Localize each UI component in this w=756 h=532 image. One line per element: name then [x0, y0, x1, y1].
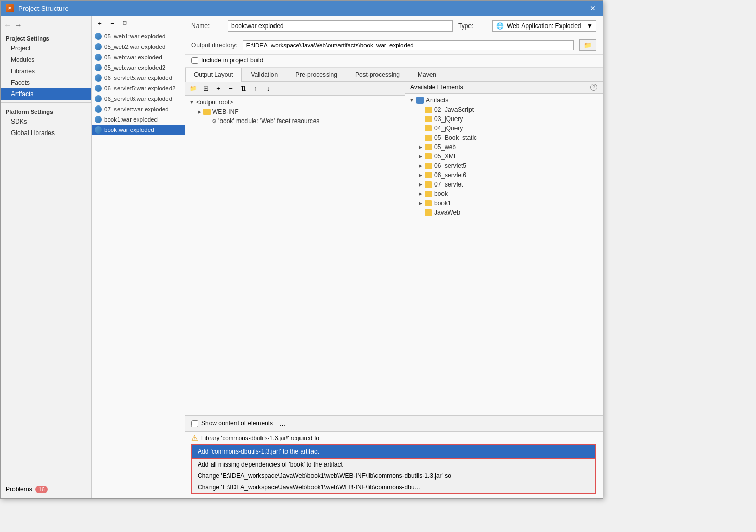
avail-node-6[interactable]: ▶ 06_servlet5	[415, 161, 601, 170]
artifact-item-7[interactable]: 07_servlet:war exploded	[92, 104, 185, 114]
tab-output-layout[interactable]: Output Layout	[185, 68, 242, 82]
sidebar-item-artifacts[interactable]: Artifacts	[1, 88, 91, 100]
suggestion-item-0[interactable]: Add 'commons-dbutils-1.3.jar!' to the ar…	[191, 444, 596, 459]
avail-node-1[interactable]: 03_jQuery	[415, 114, 601, 124]
artifact-item-0[interactable]: 05_web1:war exploded	[92, 31, 185, 42]
project-structure-dialog: P Project Structure ✕ ← → Project Settin…	[0, 0, 603, 499]
tree-up-button[interactable]: ↑	[251, 83, 261, 94]
root-expand-arrow: ▼	[189, 100, 194, 105]
app-icon: P	[6, 4, 14, 12]
artifact-item-6[interactable]: 06_servlet6:war exploded	[92, 94, 185, 104]
avail-node-10[interactable]: ▶ book1	[415, 198, 601, 208]
tree-sort-button[interactable]: ⇅	[238, 83, 249, 94]
avail-node-8[interactable]: ▶ 07_servlet	[415, 180, 601, 189]
output-tree-toolbar: 📁 ⊞ + − ⇅ ↑ ↓	[185, 82, 405, 96]
include-label: Include in project build	[201, 57, 263, 64]
suggestion-item-3[interactable]: Change 'E:\IDEA_workspace\JavaWeb\book1\…	[191, 482, 596, 494]
artifacts-icon	[416, 97, 424, 104]
webinf-expand-arrow: ▶	[197, 109, 202, 114]
nav-forward-button[interactable]: →	[14, 21, 22, 30]
tree-add-button[interactable]: 📁	[188, 83, 199, 94]
webinf-folder-icon	[203, 109, 211, 115]
expand-arrow-9: ▶	[418, 191, 423, 196]
avail-node-3[interactable]: 05_Book_static	[415, 133, 601, 142]
output-dir-input[interactable]	[243, 40, 574, 50]
avail-node-7[interactable]: ▶ 06_servlet6	[415, 170, 601, 180]
web-exploded-icon	[95, 105, 102, 113]
folder-icon-5	[425, 153, 432, 159]
show-content-checkbox[interactable]	[191, 420, 198, 427]
remove-artifact-button[interactable]: −	[107, 18, 118, 29]
avail-node-0[interactable]: 02_JavaScript	[415, 105, 601, 114]
artifact-item-2[interactable]: 05_web:war exploded	[92, 52, 185, 62]
artifact-item-4[interactable]: 06_servlet5:war exploded	[92, 73, 185, 83]
web-exploded-icon	[95, 95, 102, 102]
expand-arrow-5: ▶	[418, 154, 423, 159]
webinf-node[interactable]: ▶ WEB-INF	[194, 107, 402, 116]
tree-insert-button[interactable]: +	[213, 83, 224, 94]
output-tree-panel: 📁 ⊞ + − ⇅ ↑ ↓ ▼ <output root>	[185, 82, 405, 415]
tab-maven[interactable]: Maven	[409, 68, 445, 82]
output-root-node[interactable]: ▼ <output root>	[187, 98, 402, 107]
avail-node-5[interactable]: ▶ 05_XML	[415, 152, 601, 161]
expand-arrow-6: ▶	[418, 163, 423, 168]
expand-arrow-4: ▶	[418, 144, 423, 150]
available-header: Available Elements ?	[405, 82, 603, 94]
web-exploded-icon	[95, 126, 102, 134]
folder-icon-8	[425, 181, 432, 188]
expand-arrow-10: ▶	[418, 201, 423, 206]
avail-artifacts-node[interactable]: ▼ Artifacts	[407, 96, 601, 105]
warning-text: Library 'commons-dbutils-1.3.jar!' requi…	[201, 435, 319, 441]
close-button[interactable]: ✕	[588, 4, 597, 13]
suggestion-item-1[interactable]: Add all missing dependencies of 'book' t…	[191, 459, 596, 470]
title-bar: P Project Structure ✕	[1, 1, 603, 16]
tab-preprocessing[interactable]: Pre-processing	[286, 68, 346, 82]
artifact-item-9[interactable]: book:war exploded	[92, 125, 185, 135]
suggestion-item-2[interactable]: Change 'E:\IDEA_workspace\JavaWeb\book1\…	[191, 470, 596, 482]
add-artifact-button[interactable]: +	[95, 18, 105, 29]
name-type-row: Name: Type: 🌐 Web Application: Exploded …	[185, 16, 603, 36]
web-exploded-icon	[95, 33, 102, 40]
available-elements-label: Available Elements	[410, 84, 463, 91]
folder-icon-7	[425, 172, 432, 178]
expand-arrow-7: ▶	[418, 172, 423, 178]
folder-icon-6	[425, 163, 432, 169]
tab-validation[interactable]: Validation	[242, 68, 286, 82]
sidebar-item-modules[interactable]: Modules	[1, 54, 91, 65]
sidebar-item-sdks[interactable]: SDKs	[1, 116, 91, 127]
avail-node-4[interactable]: ▶ 05_web	[415, 142, 601, 152]
web-exploded-icon	[95, 54, 102, 61]
type-dropdown[interactable]: 🌐 Web Application: Exploded ▼	[492, 20, 596, 32]
sidebar-item-project[interactable]: Project	[1, 43, 91, 54]
tree-add2-button[interactable]: ⊞	[201, 83, 211, 94]
dialog-body: ← → Project Settings Project Modules Lib…	[1, 16, 603, 498]
book-module-node[interactable]: ⚙ 'book' module: 'Web' facet resources	[203, 116, 402, 126]
avail-node-9[interactable]: ▶ book	[415, 189, 601, 198]
artifact-item-3[interactable]: 05_web:war exploded2	[92, 62, 185, 73]
artifact-item-8[interactable]: book1:war exploded	[92, 114, 185, 125]
web-exploded-icon	[95, 43, 102, 50]
browse-button[interactable]: 📁	[579, 39, 596, 51]
nav-back-button[interactable]: ←	[4, 21, 12, 30]
artifact-item-1[interactable]: 05_web2:war exploded	[92, 42, 185, 52]
name-input[interactable]	[228, 20, 453, 32]
output-tree-area: ▼ <output root> ▶ WEB-INF	[185, 96, 405, 415]
sidebar-item-global-libraries[interactable]: Global Libraries	[1, 127, 91, 139]
tree-down-button[interactable]: ↓	[263, 83, 273, 94]
dots-button[interactable]: ...	[276, 418, 289, 429]
artifact-list: 05_web1:war exploded 05_web2:war explode…	[92, 31, 185, 498]
warning-row: ⚠ Library 'commons-dbutils-1.3.jar!' req…	[185, 431, 603, 444]
avail-node-11[interactable]: JavaWeb	[415, 208, 601, 217]
info-button[interactable]: ?	[590, 84, 597, 91]
tab-postprocessing[interactable]: Post-processing	[346, 68, 409, 82]
sidebar-item-facets[interactable]: Facets	[1, 77, 91, 88]
copy-artifact-button[interactable]: ⧉	[120, 18, 130, 29]
type-icon: 🌐	[496, 22, 504, 30]
tree-remove-button[interactable]: −	[226, 83, 236, 94]
sidebar-item-libraries[interactable]: Libraries	[1, 65, 91, 77]
suggestion-dropdown: Add 'commons-dbutils-1.3.jar!' to the ar…	[191, 444, 596, 494]
include-checkbox[interactable]	[191, 57, 198, 64]
artifact-item-5[interactable]: 06_servlet5:war exploded2	[92, 83, 185, 94]
avail-node-2[interactable]: 04_jQuery	[415, 124, 601, 133]
type-label: Type:	[458, 22, 489, 30]
